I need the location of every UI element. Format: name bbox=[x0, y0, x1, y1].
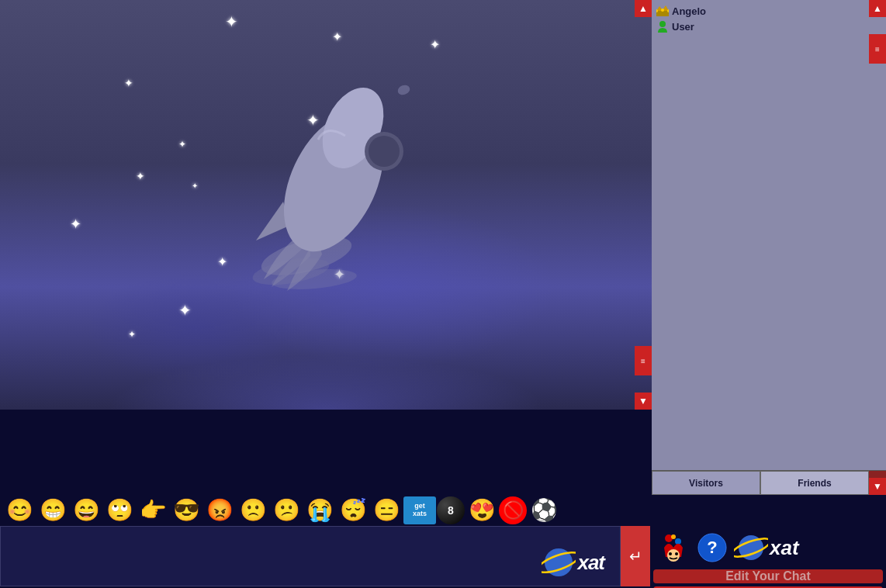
emoji-laugh[interactable]: 😄 bbox=[70, 496, 102, 524]
chat-input[interactable] bbox=[1, 527, 620, 586]
no-sign-icon[interactable]: 🚫 bbox=[499, 496, 527, 524]
emoji-neutral[interactable]: 😑 bbox=[370, 496, 403, 524]
eight-ball-icon[interactable]: 8 bbox=[437, 496, 465, 524]
svg-point-17 bbox=[675, 538, 681, 545]
tabs-row: Visitors Friends ▼ bbox=[652, 470, 886, 495]
star-6: ✦ bbox=[136, 171, 145, 182]
chat-canvas: ✦✦✦✦✦✦✦✦✦✦✦✦✦ bbox=[0, 0, 652, 410]
users-panel: ▲ ≡ ▼ AngeloUser Visitors Friends ▼ bbox=[652, 0, 886, 495]
star-0: ✦ bbox=[225, 14, 238, 29]
xat-logo-text-input: xat bbox=[577, 551, 604, 575]
user-member-icon bbox=[656, 20, 669, 33]
glow-effect bbox=[0, 316, 652, 410]
user-item-angelo[interactable]: Angelo bbox=[656, 3, 881, 19]
star-1: ✦ bbox=[332, 31, 342, 43]
star-9: ✦ bbox=[217, 256, 227, 268]
users-scroll-up-button[interactable]: ▲ bbox=[869, 0, 886, 17]
svg-point-21 bbox=[675, 552, 678, 555]
emoji-bar: 😊 😁 😄 🙄 👉 😎 😡 🙁 😕 😭 😴 😑 getxats 8 😍 🚫 ⚽ bbox=[0, 495, 886, 526]
canvas-menu-button[interactable]: ≡ bbox=[635, 346, 652, 375]
user-name-angelo: Angelo bbox=[672, 5, 706, 17]
star-3: ✦ bbox=[124, 78, 133, 88]
svg-point-6 bbox=[369, 136, 400, 167]
get-xats-button[interactable]: getxats bbox=[403, 496, 436, 524]
emoji-ball[interactable]: ⚽ bbox=[528, 496, 560, 524]
xat-logo-text-right: xat bbox=[770, 536, 799, 560]
star-7: ✦ bbox=[192, 182, 198, 190]
tab-visitors[interactable]: Visitors bbox=[652, 471, 760, 495]
emoji-love-stars[interactable]: 😍 bbox=[465, 496, 498, 524]
tab-friends[interactable]: Friends bbox=[760, 471, 869, 495]
emoji-big-grin[interactable]: 😁 bbox=[36, 496, 69, 524]
svg-point-13 bbox=[659, 21, 666, 27]
bottom-bar: xat ↵ bbox=[0, 526, 886, 588]
svg-point-19 bbox=[667, 549, 680, 562]
right-bottom-top: ? xat bbox=[653, 529, 883, 566]
star-5: ✦ bbox=[178, 140, 186, 149]
right-bottom-panel: ? xat Edit Your Chat Sign Out bbox=[650, 526, 886, 588]
main-area: ✦✦✦✦✦✦✦✦✦✦✦✦✦ bbox=[0, 0, 886, 495]
svg-text:?: ? bbox=[707, 538, 717, 557]
users-list: AngeloUser bbox=[652, 0, 886, 470]
emoji-confused[interactable]: 😕 bbox=[270, 496, 303, 524]
emoji-cry[interactable]: 😭 bbox=[303, 496, 336, 524]
emoji-smile[interactable]: 😊 bbox=[3, 496, 36, 524]
user-item-user[interactable]: User bbox=[656, 19, 881, 34]
user-name-user: User bbox=[672, 21, 694, 33]
send-button[interactable]: ↵ bbox=[621, 526, 650, 586]
canvas-scroll-down-button[interactable]: ▼ bbox=[635, 393, 652, 410]
emoji-angry[interactable]: 😡 bbox=[203, 496, 236, 524]
emoji-sad[interactable]: 🙁 bbox=[237, 496, 269, 524]
users-scroll-down-button[interactable]: ▼ bbox=[869, 478, 886, 495]
help-icon-button[interactable]: ? bbox=[695, 531, 729, 565]
chat-input-area: xat bbox=[0, 526, 621, 586]
jester-icon-button[interactable] bbox=[656, 531, 690, 565]
edit-chat-button[interactable]: Edit Your Chat bbox=[653, 569, 883, 583]
star-11: ✦ bbox=[178, 303, 192, 318]
canvas-scroll-up-button[interactable]: ▲ bbox=[635, 0, 652, 17]
emoji-point[interactable]: 👉 bbox=[137, 496, 169, 524]
star-8: ✦ bbox=[70, 217, 81, 231]
svg-point-18 bbox=[671, 534, 676, 539]
user-owner-icon bbox=[656, 5, 669, 17]
svg-rect-8 bbox=[656, 11, 669, 16]
xat-logo-input: xat bbox=[542, 545, 604, 579]
users-menu-button[interactable]: ≡ bbox=[869, 34, 886, 64]
emoji-sleepy[interactable]: 😴 bbox=[337, 496, 369, 524]
svg-point-7 bbox=[396, 84, 411, 97]
svg-point-11 bbox=[661, 9, 664, 12]
xat-logo-right: xat bbox=[734, 531, 799, 565]
emoji-sunglasses[interactable]: 😎 bbox=[170, 496, 202, 524]
rocket-image bbox=[233, 47, 465, 279]
emoji-cool[interactable]: 🙄 bbox=[103, 496, 136, 524]
svg-point-20 bbox=[669, 552, 672, 555]
